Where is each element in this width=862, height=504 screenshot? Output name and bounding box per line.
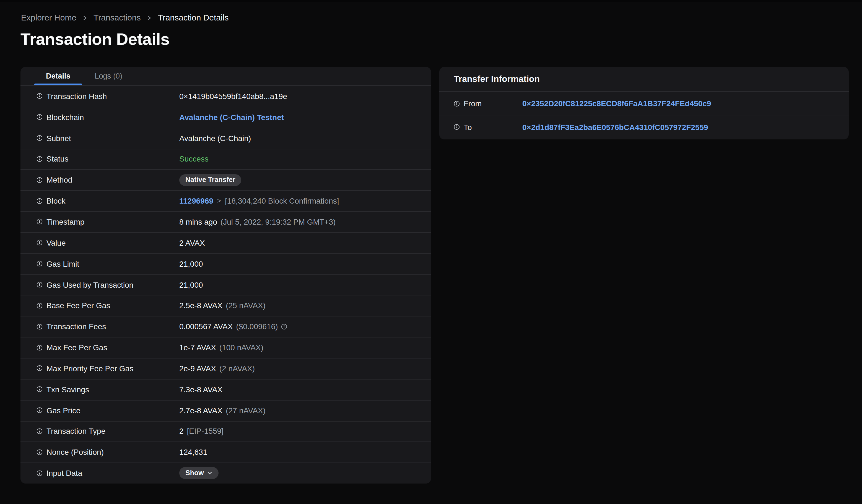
row-value: 0×1419b04559bf140ab8...a19e xyxy=(179,92,287,101)
chevron-down-icon xyxy=(207,470,213,476)
row-value: Native Transfer xyxy=(179,174,241,186)
transfer-row-from: From 0×2352D20fC81225c8ECD8f6FaA1B37F24F… xyxy=(439,92,849,115)
row-label: Transaction Fees xyxy=(47,322,106,331)
transfer-row-label: From xyxy=(463,99,482,108)
show-input-data-button[interactable]: Show xyxy=(179,467,219,479)
from-address-link[interactable]: 0×2352D20fC81225c8ECD8f6FaA1B37F24FEd450… xyxy=(522,99,711,108)
transaction-details-card: Details Logs (0) Transaction Hash0×1419b… xyxy=(21,67,431,483)
row-value: 2e-9 AVAX(2 nAVAX) xyxy=(179,364,255,373)
tabs-bar: Details Logs (0) xyxy=(21,67,431,86)
info-icon[interactable] xyxy=(37,407,43,413)
fee-info-icon[interactable] xyxy=(281,323,287,330)
value-secondary: [18,304,240 Block Confirmations] xyxy=(225,196,339,205)
detail-row: Max Priority Fee Per Gas2e-9 AVAX(2 nAVA… xyxy=(21,358,431,379)
row-value: 2.7e-8 AVAX(27 nAVAX) xyxy=(179,406,265,415)
detail-row: Gas Price2.7e-8 AVAX(27 nAVAX) xyxy=(21,400,431,421)
detail-row: Block11296969>[18,304,240 Block Confirma… xyxy=(21,190,431,211)
value-secondary: (2 nAVAX) xyxy=(219,364,255,373)
chevron-right-icon xyxy=(146,15,153,21)
value-text: Avalanche (C-Chain) xyxy=(179,134,251,143)
row-value: 2 AVAX xyxy=(179,238,205,247)
info-icon[interactable] xyxy=(37,219,43,225)
info-icon[interactable] xyxy=(37,303,43,309)
value-text: 0.000567 AVAX xyxy=(179,322,233,331)
info-icon[interactable] xyxy=(37,344,43,350)
row-label: Blockchain xyxy=(47,113,84,122)
row-value: 21,000 xyxy=(179,259,203,268)
info-icon[interactable] xyxy=(454,101,460,107)
breadcrumb-explorer-home[interactable]: Explorer Home xyxy=(21,13,76,22)
value-secondary: [EIP-1559] xyxy=(187,427,223,436)
info-icon[interactable] xyxy=(37,198,43,204)
value-secondary: (27 nAVAX) xyxy=(226,406,265,415)
info-icon[interactable] xyxy=(37,282,43,288)
row-label: Subnet xyxy=(47,134,71,143)
info-icon[interactable] xyxy=(37,449,43,455)
blockchain-link[interactable]: Avalanche (C-Chain) Testnet xyxy=(179,113,284,122)
chevron-right-icon xyxy=(82,15,88,21)
value-secondary: ($0.009616) xyxy=(236,322,278,331)
transfer-information-title: Transfer Information xyxy=(439,67,849,92)
row-value: 7.3e-8 AVAX xyxy=(179,385,222,394)
row-value: 21,000 xyxy=(179,280,203,289)
info-icon[interactable] xyxy=(37,428,43,434)
value-text: 2.5e-8 AVAX xyxy=(179,301,222,310)
info-icon[interactable] xyxy=(37,156,43,162)
detail-row: StatusSuccess xyxy=(21,148,431,170)
row-value: Avalanche (C-Chain) Testnet xyxy=(179,113,284,122)
row-label: Gas Price xyxy=(47,406,80,415)
info-icon[interactable] xyxy=(37,261,43,267)
info-icon[interactable] xyxy=(37,114,43,120)
info-icon[interactable] xyxy=(37,177,43,183)
row-label: Txn Savings xyxy=(47,385,89,394)
value-text: 2 AVAX xyxy=(179,238,205,247)
row-label: Input Data xyxy=(47,468,82,477)
info-icon[interactable] xyxy=(37,323,43,330)
transfer-information-card: Transfer Information From 0×2352D20fC812… xyxy=(439,67,849,140)
info-icon[interactable] xyxy=(454,124,460,130)
detail-row: Gas Used by Transaction21,000 xyxy=(21,274,431,295)
row-value: 0.000567 AVAX($0.009616) xyxy=(179,322,287,331)
block-link[interactable]: 11296969 xyxy=(179,196,213,205)
value-text: 1e-7 AVAX xyxy=(179,343,216,352)
tab-logs-count: (0) xyxy=(113,72,122,80)
tab-details[interactable]: Details xyxy=(34,67,83,85)
row-value: 11296969>[18,304,240 Block Confirmations… xyxy=(179,196,339,205)
detail-row: Base Fee Per Gas2.5e-8 AVAX(25 nAVAX) xyxy=(21,295,431,316)
detail-row: MethodNative Transfer xyxy=(21,170,431,190)
info-icon[interactable] xyxy=(37,240,43,246)
row-label: Value xyxy=(47,238,66,247)
row-label: Transaction Type xyxy=(47,427,105,436)
detail-row: Transaction Type2[EIP-1559] xyxy=(21,421,431,442)
value-secondary: (100 nAVAX) xyxy=(219,343,263,352)
row-value: 2[EIP-1559] xyxy=(179,427,223,436)
page: Explorer Home Transactions Transaction D… xyxy=(0,0,862,504)
info-icon[interactable] xyxy=(37,135,43,141)
info-icon[interactable] xyxy=(37,93,43,99)
info-icon[interactable] xyxy=(37,366,43,371)
breadcrumb-transactions[interactable]: Transactions xyxy=(93,13,141,22)
detail-row: Timestamp8 mins ago(Jul 5, 2022, 9:19:32… xyxy=(21,211,431,233)
value-text: 0×1419b04559bf140ab8...a19e xyxy=(179,92,287,101)
detail-row: Transaction Hash0×1419b04559bf140ab8...a… xyxy=(21,86,431,107)
transfer-row-label: To xyxy=(463,123,472,132)
row-label: Block xyxy=(47,196,65,205)
value-text: 21,000 xyxy=(179,280,203,289)
to-address-link[interactable]: 0×2d1d87fF3Ea2ba6E0576bCA4310fC057972F25… xyxy=(522,123,708,132)
value-secondary: (Jul 5, 2022, 9:19:32 PM GMT+3) xyxy=(221,217,336,226)
row-label: Gas Limit xyxy=(47,259,79,268)
row-value: 1e-7 AVAX(100 nAVAX) xyxy=(179,343,263,352)
row-label: Max Fee Per Gas xyxy=(47,343,107,352)
tab-logs[interactable]: Logs (0) xyxy=(83,67,135,85)
value-text: 2e-9 AVAX xyxy=(179,364,216,373)
detail-row: Max Fee Per Gas1e-7 AVAX(100 nAVAX) xyxy=(21,337,431,358)
breadcrumb: Explorer Home Transactions Transaction D… xyxy=(21,13,228,22)
row-label: Transaction Hash xyxy=(47,92,107,101)
row-value: Success xyxy=(179,155,209,163)
row-label: Gas Used by Transaction xyxy=(47,280,133,289)
info-icon[interactable] xyxy=(37,386,43,392)
detail-row: Nonce (Position)124,631 xyxy=(21,442,431,463)
value-text: 7.3e-8 AVAX xyxy=(179,385,222,394)
row-label: Max Priority Fee Per Gas xyxy=(47,364,133,373)
info-icon[interactable] xyxy=(37,470,43,476)
